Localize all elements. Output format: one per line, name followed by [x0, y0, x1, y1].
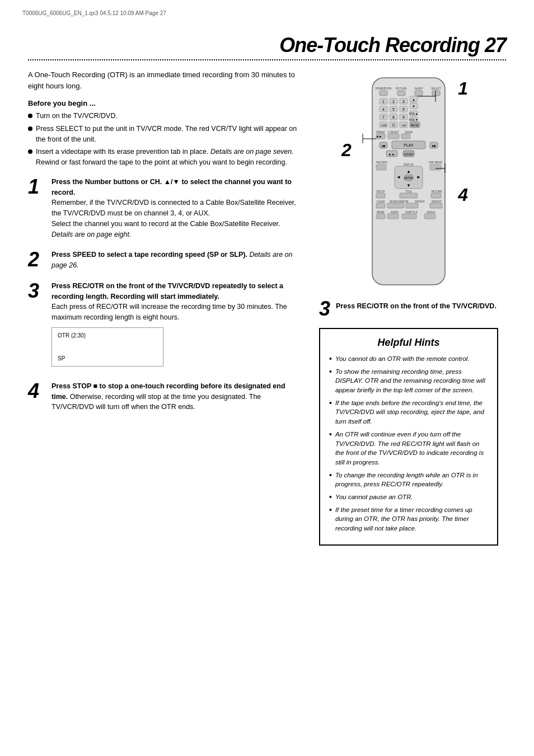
- step3-right-text: Press REC/OTR on the front of the TV/VCR…: [336, 299, 496, 312]
- svg-text:▲: ▲: [406, 169, 411, 174]
- svg-text:REPEAT: REPEAT: [415, 200, 425, 203]
- svg-text:3: 3: [402, 100, 405, 104]
- svg-text:8: 8: [392, 115, 395, 119]
- svg-rect-79: [431, 193, 441, 198]
- svg-text:TITLE: TITLE: [405, 190, 412, 193]
- bullet-icon: [28, 114, 32, 118]
- remote-svg: STANDBY/ON PICTURE SLEEP SELECT 1 2: [353, 75, 465, 288]
- svg-text:▼: ▼: [412, 105, 415, 108]
- step-4-content: Press STOP ■ to stop a one-touch recordi…: [51, 381, 302, 412]
- svg-text:AUDIO: AUDIO: [391, 211, 399, 214]
- svg-text:PLAY: PLAY: [404, 143, 414, 147]
- step-3-title: Press REC/OTR on the front of the TV/VCR…: [51, 282, 283, 300]
- header-text: T0006UG_6006UG_EN_1.qx3 04.5.12 10:09 AM…: [22, 10, 166, 16]
- svg-rect-86: [406, 203, 418, 208]
- step-1-number: 1: [28, 177, 46, 197]
- svg-rect-92: [376, 214, 385, 219]
- svg-text:1: 1: [382, 100, 385, 104]
- svg-text:MUTE: MUTE: [411, 124, 419, 127]
- right-col-wrapper: 1 2 4 STANDBY/ON PICTURE SLEEP SELECT: [319, 69, 498, 546]
- callout-2: 2: [341, 141, 352, 159]
- svg-text:VOL▼: VOL▼: [409, 118, 418, 121]
- step-4-block: 4 Press STOP ■ to stop a one-touch recor…: [28, 381, 302, 412]
- svg-text:SUBTITLE: SUBTITLE: [405, 211, 418, 214]
- svg-text:STOP: STOP: [404, 153, 413, 156]
- right-column: 1 2 4 STANDBY/ON PICTURE SLEEP SELECT: [319, 69, 498, 546]
- svg-text:SEARCH/MODE: SEARCH/MODE: [390, 200, 409, 203]
- svg-rect-87: [430, 203, 442, 208]
- svg-text:PICTURE: PICTURE: [396, 87, 407, 90]
- list-item: To show the remaining recording time, pr…: [329, 367, 488, 395]
- step3-right-number: 3: [319, 299, 330, 319]
- svg-text:►►: ►►: [388, 153, 395, 156]
- hints-list: You cannot do an OTR with the remote con…: [329, 354, 488, 533]
- svg-text:RETURN: RETURN: [432, 190, 442, 193]
- svg-text:VOL▲: VOL▲: [409, 112, 418, 115]
- step-1-title: Press the Number buttons or CH. ▲/▼ to s…: [51, 178, 292, 196]
- remote-diagram-area: 1 2 4 STANDBY/ON PICTURE SLEEP SELECT: [347, 75, 470, 288]
- svg-text:ENTER: ENTER: [404, 176, 414, 180]
- svg-text:⏮: ⏮: [382, 144, 386, 148]
- content-area: A One-Touch Recording (OTR) is an immedi…: [0, 69, 534, 546]
- before-begin-label: Before you begin ...: [28, 99, 302, 107]
- svg-rect-49: [401, 134, 410, 139]
- svg-text:4: 4: [382, 107, 385, 111]
- svg-text:OSD MENU: OSD MENU: [429, 161, 442, 164]
- list-item: Turn on the TV/VCR/DVD.: [28, 111, 302, 121]
- list-item: You cannot pause an OTR.: [329, 492, 488, 502]
- svg-rect-8: [432, 91, 440, 96]
- step-3-block: 3 Press REC/OTR on the front of the TV/V…: [28, 281, 302, 371]
- step-3-body: Each press of REC/OTR will increase the …: [51, 303, 287, 321]
- svg-text:ZOOM: ZOOM: [405, 131, 413, 134]
- svg-rect-6: [397, 91, 405, 96]
- list-item: Insert a videotape with its erase preven…: [28, 147, 302, 168]
- list-item: An OTR will continue even if you turn of…: [329, 430, 488, 467]
- step-1-block: 1 Press the Number buttons or CH. ▲/▼ to…: [28, 177, 302, 240]
- helpful-hints-title: Helpful Hints: [329, 337, 488, 349]
- svg-rect-95: [424, 214, 435, 219]
- bullet-icon: [28, 126, 32, 131]
- step-4-body: Otherwise, recording will stop at the ti…: [51, 393, 261, 411]
- list-item: Press SELECT to put the unit in TV/VCR m…: [28, 124, 302, 145]
- svg-text:REPEAT: REPEAT: [432, 200, 442, 203]
- svg-text:+10: +10: [401, 124, 406, 127]
- svg-text:ANGLE: ANGLE: [427, 211, 435, 214]
- svg-text:◄: ◄: [396, 175, 401, 180]
- page-title: One-Touch Recording 27: [279, 34, 506, 57]
- svg-text:⏭: ⏭: [432, 144, 436, 148]
- svg-text:SETUP: SETUP: [376, 190, 385, 193]
- svg-text:DISPLAY: DISPLAY: [404, 163, 414, 166]
- svg-rect-94: [402, 214, 416, 219]
- svg-rect-7: [415, 91, 423, 96]
- otr-display-top: OTR (2:30): [58, 331, 157, 340]
- step-2-title: Press SPEED to select a tape recording s…: [51, 251, 247, 259]
- before-begin-list: Turn on the TV/VCR/DVD. Press SELECT to …: [28, 111, 302, 168]
- svg-text:6: 6: [402, 107, 405, 111]
- step-2-content: Press SPEED to select a tape recording s…: [51, 250, 302, 271]
- svg-text:STANDBY/ON: STANDBY/ON: [376, 87, 392, 90]
- list-item: If the tape ends before the recording's …: [329, 398, 488, 426]
- svg-text:RECORD: RECORD: [376, 161, 387, 164]
- svg-text:CLEAR: CLEAR: [376, 200, 385, 203]
- svg-text:5: 5: [392, 107, 395, 111]
- svg-rect-78: [400, 193, 418, 198]
- svg-text:SLEEP: SLEEP: [415, 87, 423, 90]
- page-header: T0006UG_6006UG_EN_1.qx3 04.5.12 10:09 AM…: [22, 10, 166, 16]
- svg-text:SPEED: SPEED: [376, 131, 385, 134]
- step-1-content: Press the Number buttons or CH. ▲/▼ to s…: [51, 177, 302, 240]
- list-item: To change the recording length while an …: [329, 471, 488, 489]
- callout-1: 1: [458, 79, 468, 97]
- list-item: If the preset time for a timer recording…: [329, 505, 488, 533]
- callout-4: 4: [458, 186, 468, 204]
- svg-text:►: ►: [416, 175, 421, 180]
- list-item: You cannot do an OTR with the remote con…: [329, 354, 488, 364]
- svg-rect-65: [430, 165, 441, 170]
- page-title-area: One-Touch Recording 27: [0, 0, 534, 57]
- svg-text:C.RESET: C.RESET: [388, 131, 399, 134]
- svg-text:+100: +100: [380, 124, 386, 127]
- otr-display-box: OTR (2:30) SP: [51, 327, 163, 367]
- svg-text:0: 0: [392, 123, 395, 127]
- svg-rect-48: [388, 134, 399, 139]
- svg-text:7: 7: [382, 115, 385, 119]
- svg-text:▼: ▼: [406, 183, 411, 188]
